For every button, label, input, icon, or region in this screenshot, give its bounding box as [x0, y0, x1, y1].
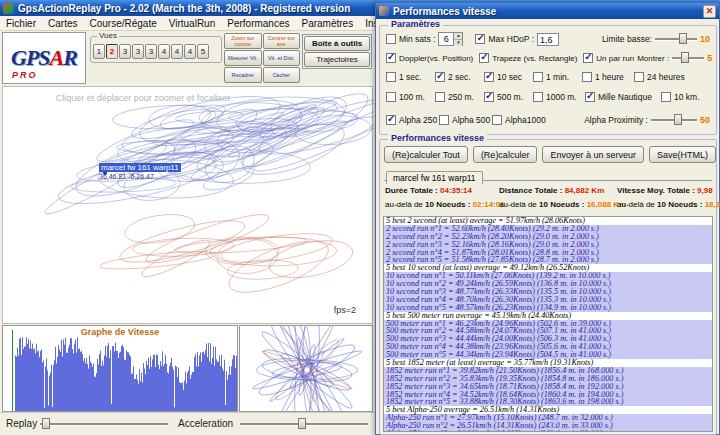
- polar-plot-panel[interactable]: [239, 325, 373, 412]
- slider-thumb[interactable]: [674, 114, 682, 125]
- spinner-down-icon[interactable]: ▼: [454, 40, 462, 46]
- vue-button-3[interactable]: 3: [119, 44, 131, 59]
- dist-checkbox-5[interactable]: [661, 92, 671, 102]
- result-row-19[interactable]: 5 best 1852 meter (at least) average = 3…: [384, 359, 712, 367]
- time-checkbox-0[interactable]: [386, 72, 396, 82]
- vue-button-1[interactable]: 1: [93, 44, 105, 59]
- menu-item-5[interactable]: Paramètres: [296, 18, 360, 29]
- save-html-button[interactable]: Save(HTML): [649, 146, 716, 163]
- result-row-26[interactable]: Alpha-250 run n°1 = 27.97km/h (15.10Knot…: [384, 414, 712, 422]
- send-to-server-button[interactable]: Envoyer à un serveur: [542, 146, 644, 163]
- toolbox-button[interactable]: Boîte à outils: [304, 36, 370, 51]
- menu-item-2[interactable]: Course/Régate: [83, 18, 162, 29]
- min-sats-spinner[interactable]: 6 ▲▼: [438, 32, 463, 46]
- vue-button-7[interactable]: 4: [171, 44, 183, 59]
- result-row-3[interactable]: 2 second run n°2 = 52.23km/h (28.20Knots…: [384, 233, 712, 241]
- result-row-7[interactable]: 5 best 10 second (at least) average = 49…: [384, 264, 712, 272]
- menu-item-3[interactable]: VirtualRun: [163, 18, 222, 29]
- vue-button-5[interactable]: 3: [145, 44, 157, 59]
- dist-item-2[interactable]: 500 m.: [484, 92, 533, 102]
- acceleration-slider[interactable]: [240, 418, 368, 430]
- slider-thumb[interactable]: [298, 418, 306, 429]
- recalculate-button[interactable]: (Re)calculer: [473, 146, 538, 163]
- dist-checkbox-1[interactable]: [435, 92, 445, 102]
- slider-thumb[interactable]: [681, 52, 689, 63]
- selected-track-label[interactable]: marcel fw 161 warp11 36,46.81 -6,26.47: [99, 163, 181, 181]
- time-checkbox-4[interactable]: [582, 72, 592, 82]
- dist-checkbox-4[interactable]: [585, 92, 595, 102]
- time-checkbox-5[interactable]: [634, 72, 644, 82]
- dist-checkbox-3[interactable]: [533, 92, 543, 102]
- tool-button-4[interactable]: Recadrer: [224, 67, 262, 83]
- time-checkbox-1[interactable]: [435, 72, 445, 82]
- result-row-23[interactable]: 1852 meter run n°4 = 34.52km/h (18.64Kno…: [384, 391, 712, 399]
- dist-item-5[interactable]: 10 km.: [661, 92, 705, 102]
- result-row-1[interactable]: 5 best 2 second (at least) average = 51.…: [384, 217, 712, 225]
- vue-button-9[interactable]: 5: [197, 44, 209, 59]
- tool-button-5[interactable]: Cacher: [263, 67, 301, 83]
- result-row-10[interactable]: 10 second run n°3 = 48.77km/h (26.33Knot…: [384, 288, 712, 296]
- dist-checkbox-0[interactable]: [386, 92, 396, 102]
- result-row-17[interactable]: 500 meter run n°4 = 44.38km/h (23.96Knot…: [384, 343, 712, 351]
- time-item-4[interactable]: 1 heure: [582, 72, 634, 82]
- spinner-up-icon[interactable]: ▲: [454, 33, 462, 40]
- time-checkbox-3[interactable]: [533, 72, 543, 82]
- limite-basse-slider[interactable]: [655, 33, 697, 45]
- dist-checkbox-2[interactable]: [484, 92, 494, 102]
- recalculate-all-button[interactable]: (Re)calculer Tout: [384, 146, 468, 163]
- result-row-28[interactable]: Alpha-250 run n°3 = 26.33km/h (14.21Knot…: [384, 430, 712, 432]
- map-view[interactable]: Cliquer et déplacer pour zoomer et focal…: [2, 86, 373, 324]
- result-row-18[interactable]: 500 meter run n°5 = 44.34km/h (23.94Knot…: [384, 351, 712, 359]
- trajectories-button[interactable]: Trajectoires: [304, 52, 370, 67]
- result-row-6[interactable]: 2 second run n°5 = 51.58km/h (27.85Knots…: [384, 256, 712, 264]
- result-row-27[interactable]: Alpha-250 run n°2 = 26.51km/h (14.31Knot…: [384, 422, 712, 430]
- replay-slider[interactable]: [40, 418, 168, 430]
- result-row-20[interactable]: 1852 meter run n°1 = 39.82km/h (21.50Kno…: [384, 367, 712, 375]
- results-list[interactable]: 5 best 2 second (at least) average = 51.…: [383, 216, 713, 432]
- result-row-25[interactable]: 5 best Alpha-250 average = 26.51km/h (14…: [384, 406, 712, 414]
- result-row-12[interactable]: 10 second run n°5 = 48.57km/h (26.23Knot…: [384, 304, 712, 312]
- doppler-checkbox[interactable]: [386, 53, 396, 63]
- max-hdop-checkbox[interactable]: [475, 34, 485, 44]
- alpha-item-0[interactable]: Alpha 250: [386, 115, 439, 125]
- montrer-slider[interactable]: [672, 52, 704, 64]
- dist-item-3[interactable]: 1000 m.: [533, 92, 585, 102]
- time-checkbox-2[interactable]: [484, 72, 494, 82]
- alpha-checkbox-0[interactable]: [386, 115, 396, 125]
- vue-button-2[interactable]: 2: [106, 44, 118, 59]
- result-row-11[interactable]: 10 second run n°4 = 48.70km/h (26.30Knot…: [384, 296, 712, 304]
- time-item-1[interactable]: 2 sec.: [435, 72, 484, 82]
- alpha-proximity-slider[interactable]: [651, 114, 697, 126]
- un-par-run-checkbox[interactable]: [583, 53, 593, 63]
- alpha-item-2[interactable]: Alpha1000: [492, 115, 547, 125]
- result-row-24[interactable]: 1852 meter run n°5 = 33.88km/h (18.30Kno…: [384, 398, 712, 406]
- result-row-9[interactable]: 10 second run n°2 = 49.24km/h (26.59Knot…: [384, 280, 712, 288]
- vue-button-8[interactable]: 4: [184, 44, 196, 59]
- result-row-16[interactable]: 500 meter run n°3 = 44.44km/h (24.00Knot…: [384, 335, 712, 343]
- vue-button-6[interactable]: 4: [158, 44, 170, 59]
- vue-button-4[interactable]: 3: [132, 44, 144, 59]
- result-row-22[interactable]: 1852 meter run n°3 = 34.65km/h (18.71Kno…: [384, 383, 712, 391]
- tool-button-3[interactable]: Vit. et Dist.: [263, 50, 301, 66]
- menu-item-1[interactable]: Cartes: [42, 18, 83, 29]
- speed-graph-panel[interactable]: Graphe de Vitesse: [2, 325, 238, 412]
- alpha-checkbox-2[interactable]: [492, 115, 502, 125]
- slider-thumb[interactable]: [679, 33, 687, 44]
- result-row-15[interactable]: 500 meter run n°2 = 44.58km/h (24.07Knot…: [384, 327, 712, 335]
- time-item-2[interactable]: 10 sec: [484, 72, 533, 82]
- slider-thumb[interactable]: [42, 418, 50, 429]
- result-row-5[interactable]: 2 second run n°4 = 51.87km/h (28.01Knots…: [384, 249, 712, 257]
- time-item-5[interactable]: 24 heures: [634, 72, 692, 82]
- result-row-8[interactable]: 10 second run n°1 = 50.11km/h (27.06Knot…: [384, 272, 712, 280]
- result-row-2[interactable]: 2 second run n°1 = 52.60km/h (28.40Knots…: [384, 225, 712, 233]
- alpha-checkbox-1[interactable]: [439, 115, 449, 125]
- result-row-4[interactable]: 2 second run n°3 = 52.16km/h (28.16Knots…: [384, 241, 712, 249]
- track-name[interactable]: marcel fw 161 warp11: [99, 163, 181, 172]
- trapeze-checkbox[interactable]: [479, 53, 489, 63]
- tab-track[interactable]: marcel fw 161 warp11: [386, 171, 483, 184]
- menu-item-0[interactable]: Fichier: [0, 18, 42, 29]
- alpha-item-1[interactable]: Alpha 500: [439, 115, 492, 125]
- dist-item-0[interactable]: 100 m.: [386, 92, 435, 102]
- dist-item-4[interactable]: Mille Nautique: [585, 92, 661, 102]
- time-item-0[interactable]: 1 sec.: [386, 72, 435, 82]
